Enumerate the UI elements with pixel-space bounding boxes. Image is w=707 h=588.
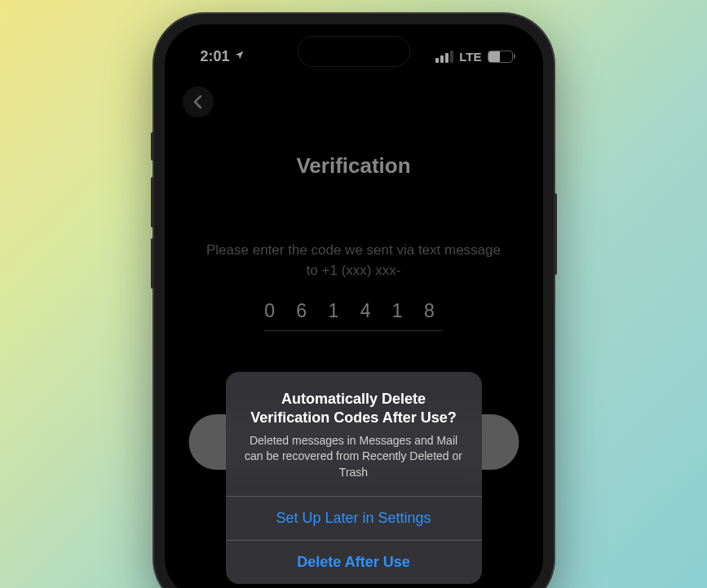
power-button	[554, 193, 557, 275]
phone-frame: 2:01 LTE 48	[154, 14, 554, 588]
set-up-later-button[interactable]: Set Up Later in Settings	[226, 496, 482, 540]
dynamic-island	[298, 36, 410, 67]
volume-up-button	[151, 177, 154, 228]
delete-after-use-button[interactable]: Delete After Use	[226, 540, 482, 584]
alert-dialog: Automatically Delete Verification Codes …	[226, 372, 482, 584]
screen: 2:01 LTE 48	[165, 24, 543, 588]
alert-body: Deleted messages in Messages and Mail ca…	[242, 433, 466, 481]
volume-down-button	[151, 238, 154, 289]
alert-title: Automatically Delete Verification Codes …	[242, 390, 466, 428]
side-button	[151, 132, 154, 161]
